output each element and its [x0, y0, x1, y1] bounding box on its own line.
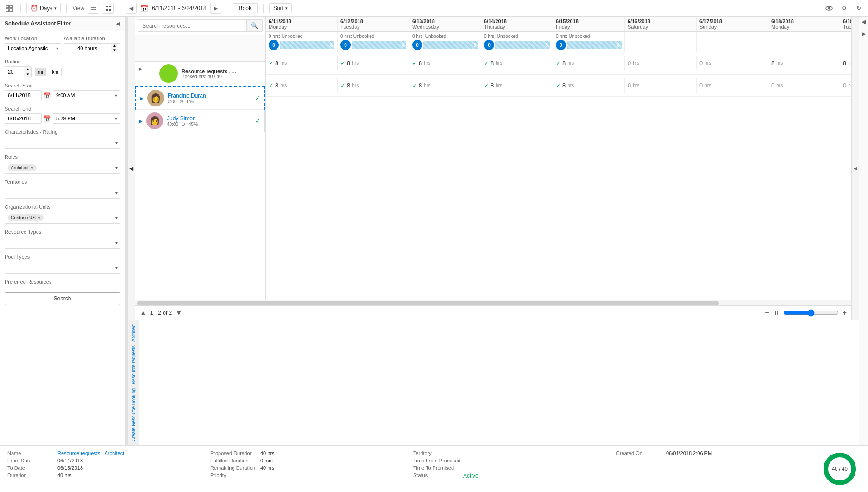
calendar-start-icon[interactable]: 📅 [44, 92, 51, 99]
judy-cell-2: ✓ 8hrs [338, 78, 409, 93]
duration-down[interactable]: ▼ [111, 48, 119, 53]
page-down-btn[interactable]: ▼ [176, 309, 182, 317]
list-view-btn[interactable] [88, 3, 99, 14]
req-circle-5: 0 [556, 40, 566, 50]
expand-icon: ▶ [139, 65, 156, 82]
architect-tag-remove[interactable]: ✕ [30, 165, 34, 170]
chevron-down-icon: ▾ [54, 6, 57, 11]
sort-button[interactable]: Sort ▾ [269, 3, 292, 13]
date-6-19: 6/19/2018 Tuesday [840, 17, 851, 31]
org-units-input[interactable]: Contoso US ✕ ▾ [5, 212, 120, 224]
date-range: 6/11/2018 - 6/24/2018 [152, 5, 206, 12]
territory-label: Territory [413, 450, 459, 456]
search-start-time[interactable]: 9:00 AM [53, 90, 120, 100]
date-6-18: 6/18/2018 Monday [768, 17, 840, 31]
side-tab[interactable]: Create Resource Booking - Resource reque… [128, 320, 139, 445]
search-end-time[interactable]: 5:29 PM [53, 113, 120, 124]
next-btn[interactable]: ▶ [210, 3, 221, 14]
info-row-time-to: Time To Promised [413, 465, 616, 471]
francine-meta: 0:00 ⏱ 0% [168, 99, 251, 104]
search-start-row: 📅 9:00 AM [5, 90, 120, 100]
days-button[interactable]: ⏰ Days ▾ [26, 3, 61, 13]
info-row-status: Status Active [413, 473, 616, 479]
francine-name[interactable]: Francine Duran [168, 93, 251, 99]
zoom-in-btn[interactable]: + [843, 309, 847, 317]
francine-cell-9: 8hrs [840, 56, 851, 70]
radius-down[interactable]: ▼ [24, 72, 31, 77]
req-bar-5: 8 [567, 41, 622, 49]
right-collapse-btn[interactable]: ◀ [851, 17, 859, 320]
radius-arrows: ▲ ▼ [24, 67, 31, 77]
search-go-button[interactable]: 🔍 [246, 20, 262, 31]
characteristics-input[interactable]: ▾ [5, 137, 120, 149]
duration-spinners: ▲ ▼ [111, 44, 119, 53]
separator [20, 4, 21, 13]
page-up-btn[interactable]: ▲ [140, 309, 146, 317]
right-panel-arrows: ◀ ▶ [859, 17, 868, 445]
h-scrollbar[interactable] [137, 301, 719, 305]
prev-btn[interactable]: ◀ [126, 3, 137, 14]
status-value[interactable]: Active [463, 473, 478, 479]
right-arrow-down[interactable]: ▶ [860, 29, 868, 39]
judy-meta: 40:00 ⏱ 45% [167, 122, 252, 127]
radius-input[interactable] [5, 67, 24, 76]
zoom-out-btn[interactable]: − [765, 309, 769, 317]
eye-icon[interactable] [824, 3, 835, 14]
search-end-date[interactable] [5, 113, 42, 124]
roles-input[interactable]: Architect ✕ ▾ [5, 162, 120, 174]
duration-up[interactable]: ▲ [111, 44, 119, 48]
search-start-date[interactable] [5, 90, 42, 100]
settings-icon[interactable]: ⚙ [838, 3, 849, 14]
right-arrow-up[interactable]: ◀ [860, 17, 868, 27]
book-button[interactable]: Book [233, 3, 258, 13]
refresh-icon[interactable]: ↻ [853, 3, 864, 14]
available-duration-input[interactable]: ▲ ▼ [64, 43, 120, 53]
judy-cell-1: ✓ 8hrs [266, 78, 338, 93]
calendar-icon: 📅 [140, 5, 148, 12]
req-bar-2: 8 [352, 41, 406, 49]
left-collapse-btn[interactable]: ◀ [128, 17, 135, 320]
characteristics-group: Characteristics - Rating ▾ [5, 129, 120, 149]
judy-avatar: 👩 [146, 112, 163, 129]
collapse-icon[interactable]: ◀ [116, 20, 120, 27]
resource-types-input[interactable]: ▾ [5, 237, 120, 249]
architect-tag: Architect ✕ [8, 164, 37, 171]
name-link[interactable]: Resource requests - Architect [57, 450, 124, 456]
francine-cell-8: 8hrs [768, 56, 840, 70]
search-input[interactable] [138, 20, 246, 31]
calendar-end-icon[interactable]: 📅 [44, 115, 51, 122]
pool-types-input[interactable]: ▾ [5, 262, 120, 274]
radius-up[interactable]: ▲ [24, 67, 31, 72]
contoso-us-tag-remove[interactable]: ✕ [37, 215, 41, 220]
zoom-slider[interactable] [783, 309, 839, 317]
info-panel: Name Resource requests - Architect From … [0, 445, 868, 492]
remaining-value: 40 hrs [260, 465, 275, 471]
grid-view-btn[interactable] [103, 3, 114, 14]
svg-rect-3 [10, 9, 13, 12]
judy-cell-6: 0hrs [625, 78, 697, 93]
info-row-territory: Territory [413, 450, 616, 456]
territories-input[interactable]: ▾ [5, 187, 120, 199]
separator3 [120, 4, 120, 13]
info-col-3: Territory Time From Promised Time To Pro… [413, 450, 616, 487]
time-to-label: Time To Promised [413, 465, 459, 471]
search-end-time-wrapper: 5:29 PM [53, 113, 120, 124]
pause-btn[interactable]: ⏸ [773, 309, 780, 317]
km-btn[interactable]: km [49, 68, 61, 76]
from-date-value: 06/11/2018 [57, 458, 83, 463]
duration-field[interactable] [64, 44, 111, 53]
miles-btn[interactable]: mi [35, 68, 46, 76]
judy-expand[interactable]: ▶ [139, 118, 143, 124]
work-location-select[interactable]: Location Agnostic [5, 43, 61, 53]
contoso-us-tag: Contoso US ✕ [8, 214, 44, 221]
francine-cell-4: ✓ 8hrs [481, 56, 553, 70]
grid-icon[interactable] [4, 3, 15, 14]
judy-name[interactable]: Judy Simon [167, 115, 252, 122]
date-header-spacer [135, 35, 265, 62]
search-button[interactable]: Search [5, 292, 120, 305]
judy-simon-row[interactable]: ▶ 👩 Judy Simon 40:00 ⏱ [135, 110, 265, 132]
francine-expand[interactable]: ▶ [140, 96, 144, 101]
filter-panel-header: Schedule Assistant Filter ◀ [0, 17, 125, 31]
francine-duran-row[interactable]: ▶ 👩 Francine Duran 0:00 ⏱ [135, 86, 265, 110]
separator5 [263, 4, 264, 13]
